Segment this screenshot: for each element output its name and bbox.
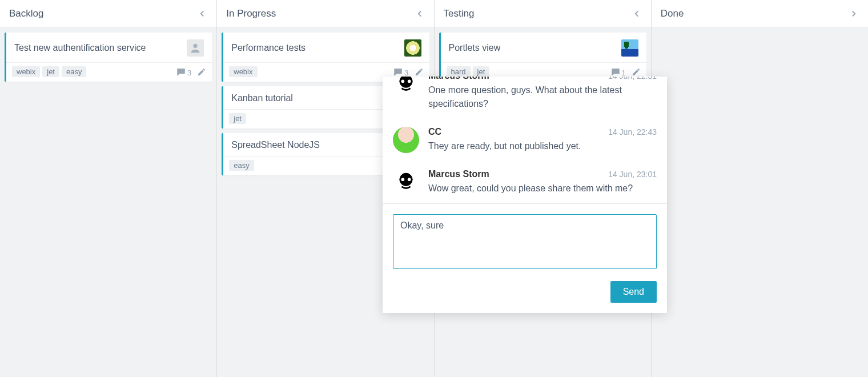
tag[interactable]: webix <box>229 66 257 77</box>
message-avatar <box>393 169 419 195</box>
card-title: Kanban tutorial <box>231 93 293 103</box>
column-header: Testing <box>435 0 651 28</box>
message-time: 14 Jun, 22:31 <box>608 77 657 81</box>
face-icon <box>395 171 417 193</box>
comment-icon <box>176 67 186 77</box>
message: CC 14 Jun, 22:43 They are ready, but not… <box>393 119 657 161</box>
column-backlog: Backlog Test new authentification servic… <box>0 0 217 377</box>
person-icon <box>189 42 202 54</box>
messages-list[interactable]: Marcus Storm 14 Jun, 22:31 One more ques… <box>383 77 667 203</box>
tag[interactable]: jet <box>42 66 59 77</box>
edit-icon[interactable] <box>197 67 206 77</box>
edit-icon[interactable] <box>632 67 641 77</box>
message-time: 14 Jun, 23:01 <box>608 170 657 179</box>
tag[interactable]: webix <box>12 66 40 77</box>
svg-point-3 <box>401 79 404 83</box>
tag[interactable]: easy <box>229 160 254 171</box>
message-author: Marcus Storm <box>428 77 489 81</box>
comments-popup: Marcus Storm 14 Jun, 22:31 One more ques… <box>383 77 667 313</box>
tags: hard jet <box>447 66 490 77</box>
tags: webix jet easy <box>12 66 86 77</box>
svg-point-8 <box>408 178 411 181</box>
comment-icon <box>393 67 403 77</box>
edit-icon[interactable] <box>415 67 424 77</box>
comment-input[interactable] <box>393 214 657 269</box>
column-title: Done <box>661 8 684 19</box>
card-title: SpreadSheet NodeJS <box>231 140 320 150</box>
message-avatar <box>393 77 419 97</box>
tag[interactable]: hard <box>447 66 471 77</box>
tags: easy <box>229 160 254 171</box>
column-body <box>652 28 868 377</box>
column-title: Backlog <box>9 8 43 19</box>
column-header: In Progress <box>217 0 433 28</box>
comments-button[interactable]: 3 <box>176 67 191 77</box>
message-text: They are ready, but not published yet. <box>428 139 657 153</box>
avatar[interactable] <box>621 39 638 57</box>
column-header: Backlog <box>0 0 216 28</box>
column-header: Done <box>652 0 868 28</box>
tag[interactable]: jet <box>473 66 490 77</box>
tags: webix <box>229 66 257 77</box>
svg-point-4 <box>408 79 411 83</box>
column-title: In Progress <box>226 8 276 19</box>
column-title: Testing <box>444 8 475 19</box>
card-title: Portlets view <box>449 43 501 53</box>
collapse-icon[interactable] <box>849 9 859 19</box>
comments-button[interactable]: 1 <box>610 67 626 77</box>
card[interactable]: Performance tests webix 3 <box>222 33 429 82</box>
comments-button[interactable]: 3 <box>393 67 408 77</box>
message-text: Wow great, could you please share them w… <box>428 182 657 195</box>
collapse-icon[interactable] <box>632 9 642 19</box>
tags: jet <box>229 113 246 124</box>
avatar[interactable] <box>404 39 421 57</box>
collapse-icon[interactable] <box>197 9 207 19</box>
column-done: Done <box>652 0 868 377</box>
avatar[interactable] <box>187 39 204 57</box>
comment-count: 3 <box>187 69 191 77</box>
comment-count: 3 <box>404 69 408 77</box>
tag[interactable]: jet <box>229 113 246 124</box>
card-title: Performance tests <box>231 43 306 53</box>
send-button[interactable]: Send <box>610 281 657 303</box>
comment-icon <box>610 67 621 77</box>
message-time: 14 Jun, 22:43 <box>608 127 657 137</box>
card[interactable]: Test new authentification service webix … <box>5 33 212 82</box>
message-author: Marcus Storm <box>428 169 489 179</box>
comment-count: 1 <box>622 69 626 77</box>
column-body: Test new authentification service webix … <box>0 28 216 377</box>
message-text: One more question, guys. What about the … <box>428 83 657 111</box>
card[interactable]: Portlets view hard jet 1 <box>439 33 646 82</box>
message: Marcus Storm 14 Jun, 22:31 One more ques… <box>393 77 657 119</box>
message: Marcus Storm 14 Jun, 23:01 Wow great, co… <box>393 161 657 203</box>
message-avatar <box>393 127 419 153</box>
message-author: CC <box>428 127 441 137</box>
card-title: Test new authentification service <box>14 43 146 53</box>
svg-point-0 <box>194 44 198 48</box>
collapse-icon[interactable] <box>415 9 425 19</box>
svg-point-7 <box>401 178 404 181</box>
tag[interactable]: easy <box>62 66 86 77</box>
face-icon <box>395 77 417 95</box>
